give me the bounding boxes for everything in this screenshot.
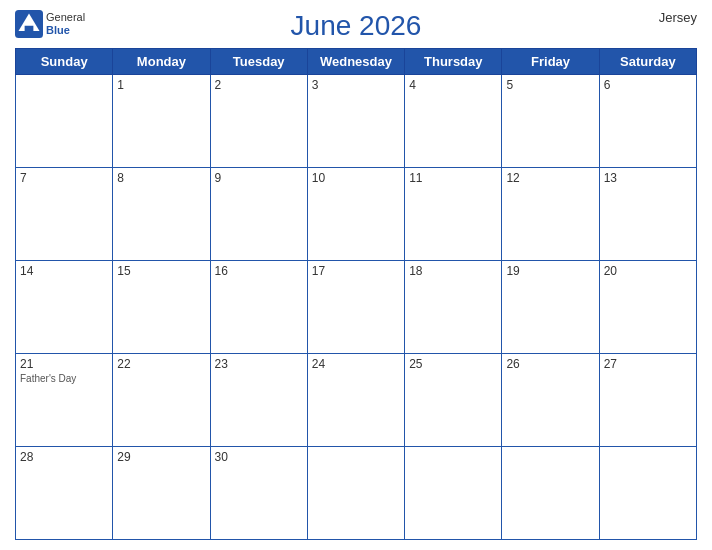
- header-saturday: Saturday: [599, 49, 696, 75]
- calendar-cell: 22: [113, 354, 210, 447]
- calendar-cell: 7: [16, 168, 113, 261]
- calendar-week-row: 78910111213: [16, 168, 697, 261]
- date-number: 23: [215, 357, 303, 371]
- header-sunday: Sunday: [16, 49, 113, 75]
- calendar-week-row: 21Father's Day222324252627: [16, 354, 697, 447]
- calendar-cell: 1: [113, 75, 210, 168]
- calendar-title: June 2026: [291, 10, 422, 42]
- date-number: 12: [506, 171, 594, 185]
- header-tuesday: Tuesday: [210, 49, 307, 75]
- calendar-cell: [599, 447, 696, 540]
- calendar-cell: 26: [502, 354, 599, 447]
- calendar-cell: [502, 447, 599, 540]
- region-label: Jersey: [659, 10, 697, 25]
- date-number: 21: [20, 357, 108, 371]
- calendar-cell: 21Father's Day: [16, 354, 113, 447]
- logo-general-text: General: [46, 11, 85, 24]
- date-number: 2: [215, 78, 303, 92]
- date-number: 17: [312, 264, 400, 278]
- calendar-cell: 24: [307, 354, 404, 447]
- calendar-week-row: 14151617181920: [16, 261, 697, 354]
- calendar-cell: 9: [210, 168, 307, 261]
- calendar-cell: 16: [210, 261, 307, 354]
- calendar-cell: 3: [307, 75, 404, 168]
- calendar-cell: 19: [502, 261, 599, 354]
- logo-area: General Blue: [15, 10, 85, 38]
- calendar-cell: 27: [599, 354, 696, 447]
- calendar-cell: 23: [210, 354, 307, 447]
- date-number: 13: [604, 171, 692, 185]
- date-number: 14: [20, 264, 108, 278]
- date-number: 30: [215, 450, 303, 464]
- calendar-cell: 30: [210, 447, 307, 540]
- calendar-cell: 11: [405, 168, 502, 261]
- calendar-cell: 15: [113, 261, 210, 354]
- date-number: 9: [215, 171, 303, 185]
- date-number: 10: [312, 171, 400, 185]
- calendar-cell: 12: [502, 168, 599, 261]
- date-number: 26: [506, 357, 594, 371]
- calendar-cell: 25: [405, 354, 502, 447]
- calendar-cell: 17: [307, 261, 404, 354]
- date-number: 29: [117, 450, 205, 464]
- header-wednesday: Wednesday: [307, 49, 404, 75]
- weekday-header-row: Sunday Monday Tuesday Wednesday Thursday…: [16, 49, 697, 75]
- date-number: 6: [604, 78, 692, 92]
- event-label: Father's Day: [20, 373, 108, 384]
- date-number: 3: [312, 78, 400, 92]
- date-number: 8: [117, 171, 205, 185]
- date-number: 24: [312, 357, 400, 371]
- calendar-cell: 4: [405, 75, 502, 168]
- calendar-header: General Blue June 2026 Jersey: [15, 10, 697, 42]
- date-number: 28: [20, 450, 108, 464]
- date-number: 20: [604, 264, 692, 278]
- date-number: 11: [409, 171, 497, 185]
- calendar-cell: 5: [502, 75, 599, 168]
- date-number: 25: [409, 357, 497, 371]
- date-number: 4: [409, 78, 497, 92]
- calendar-cell: [16, 75, 113, 168]
- calendar-cell: 2: [210, 75, 307, 168]
- date-number: 27: [604, 357, 692, 371]
- header-friday: Friday: [502, 49, 599, 75]
- calendar-cell: 14: [16, 261, 113, 354]
- logo-blue-text: Blue: [46, 24, 85, 37]
- date-number: 5: [506, 78, 594, 92]
- date-number: 22: [117, 357, 205, 371]
- date-number: 15: [117, 264, 205, 278]
- logo-text: General Blue: [46, 11, 85, 37]
- calendar-cell: 28: [16, 447, 113, 540]
- date-number: 7: [20, 171, 108, 185]
- calendar-cell: 20: [599, 261, 696, 354]
- svg-rect-2: [25, 26, 34, 31]
- calendar-cell: 29: [113, 447, 210, 540]
- calendar-cell: 8: [113, 168, 210, 261]
- date-number: 16: [215, 264, 303, 278]
- calendar-cell: 6: [599, 75, 696, 168]
- calendar-cell: 13: [599, 168, 696, 261]
- header-monday: Monday: [113, 49, 210, 75]
- calendar-container: General Blue June 2026 Jersey Sunday Mon…: [0, 0, 712, 550]
- calendar-table: Sunday Monday Tuesday Wednesday Thursday…: [15, 48, 697, 540]
- calendar-week-row: 123456: [16, 75, 697, 168]
- calendar-cell: [405, 447, 502, 540]
- date-number: 19: [506, 264, 594, 278]
- date-number: 18: [409, 264, 497, 278]
- calendar-cell: [307, 447, 404, 540]
- header-thursday: Thursday: [405, 49, 502, 75]
- generalblue-logo-icon: [15, 10, 43, 38]
- date-number: 1: [117, 78, 205, 92]
- calendar-week-row: 282930: [16, 447, 697, 540]
- calendar-cell: 18: [405, 261, 502, 354]
- calendar-cell: 10: [307, 168, 404, 261]
